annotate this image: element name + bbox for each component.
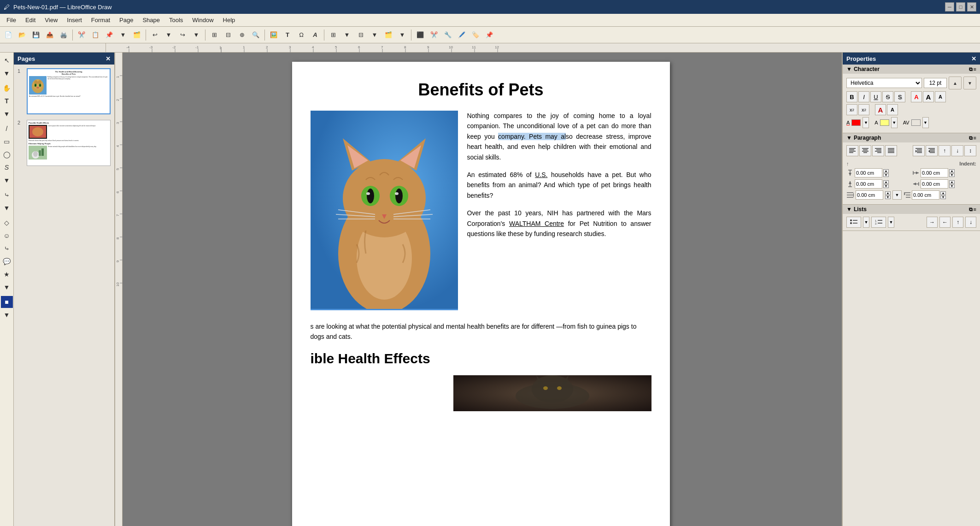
right-indent-input[interactable]: [921, 179, 948, 189]
ordered-list-button[interactable]: 1. 2.: [871, 217, 886, 228]
export-pdf-button[interactable]: 📤: [43, 29, 56, 41]
title-bar-controls[interactable]: ─ □ ✕: [945, 2, 976, 12]
grow-font-2[interactable]: A: [875, 104, 886, 115]
color-fill-subtools[interactable]: ▼: [1, 309, 13, 321]
redo-button[interactable]: ↪: [176, 29, 189, 41]
page-thumbnail-2[interactable]: Possible Health Effects Lorem ipsum: [27, 120, 111, 166]
font-size-down[interactable]: ▼: [963, 77, 976, 89]
bold-button[interactable]: B: [846, 91, 857, 102]
cat-image[interactable]: [311, 111, 458, 310]
list-move-up[interactable]: ↑: [952, 217, 963, 228]
line-spacing-down[interactable]: ▼: [885, 195, 891, 199]
rectangle-tool[interactable]: ▭: [1, 136, 13, 148]
maximize-button[interactable]: □: [956, 2, 965, 12]
align-right-button[interactable]: [872, 145, 884, 156]
italic-button[interactable]: I: [858, 91, 869, 102]
first-line-up[interactable]: ▲: [940, 191, 946, 195]
crop-button[interactable]: ✂️: [428, 29, 440, 41]
font-name-select[interactable]: Helvetica: [846, 78, 922, 88]
menu-insert[interactable]: Insert: [62, 16, 87, 24]
stars-tool[interactable]: ★: [1, 268, 13, 280]
list-move-right[interactable]: →: [927, 217, 938, 228]
shrink-font-2[interactable]: A: [887, 104, 898, 115]
line-spacing-up[interactable]: ▲: [885, 191, 891, 195]
menu-view[interactable]: View: [40, 16, 62, 24]
align-dropdown[interactable]: ▼: [368, 29, 381, 41]
underline-button[interactable]: U: [870, 91, 881, 102]
ellipse-tool[interactable]: ◯: [1, 148, 13, 160]
set-below-button[interactable]: ↓: [951, 145, 963, 156]
strikethrough-button[interactable]: S: [882, 91, 893, 102]
below-spacing-up[interactable]: ▲: [883, 180, 889, 184]
toggle-button[interactable]: 🏷️: [469, 29, 482, 41]
above-spacing-down[interactable]: ▼: [883, 173, 889, 177]
grid-button[interactable]: ⊞: [208, 29, 221, 41]
ordered-list-dropdown[interactable]: ▼: [888, 217, 894, 228]
paste-dropdown[interactable]: ▼: [117, 29, 129, 41]
pages-panel-close[interactable]: ✕: [106, 55, 111, 62]
zoom-button[interactable]: 🔍: [249, 29, 262, 41]
lists-more-icon[interactable]: ≡: [974, 207, 976, 213]
character-section-header[interactable]: ▼ Character ⧉ ≡: [843, 65, 980, 74]
open-button[interactable]: 📂: [16, 29, 29, 41]
align-button[interactable]: ⊟: [354, 29, 367, 41]
copy-button[interactable]: 📋: [89, 29, 102, 41]
font-size-input[interactable]: [924, 78, 947, 88]
set-above-button[interactable]: ↑: [939, 145, 951, 156]
arrange-dropdown[interactable]: ▼: [396, 29, 409, 41]
connectors-tool[interactable]: ⤷: [1, 189, 13, 201]
shadow-text-button[interactable]: S: [894, 91, 905, 102]
undo-dropdown[interactable]: ▼: [162, 29, 175, 41]
cut-button[interactable]: ✂️: [75, 29, 88, 41]
position-dropdown[interactable]: ▼: [340, 29, 353, 41]
close-button[interactable]: ✕: [967, 2, 976, 12]
lists-detach-icon[interactable]: ⧉: [969, 207, 973, 213]
snap-button[interactable]: ⊟: [222, 29, 235, 41]
properties-close[interactable]: ✕: [971, 55, 976, 62]
print-button[interactable]: 🖨️: [57, 29, 70, 41]
canvas-area[interactable]: 1 2 3 4 5 6 7 8 9: [115, 53, 842, 526]
paragraph-2[interactable]: An estimated 68% of U.S. households have…: [467, 170, 651, 201]
menu-edit[interactable]: Edit: [21, 16, 40, 24]
undo-button[interactable]: ↩: [148, 29, 161, 41]
character-detach-icon[interactable]: ⧉: [969, 66, 973, 72]
above-spacing-input[interactable]: [855, 168, 882, 177]
image-button[interactable]: 🖼️: [267, 29, 280, 41]
line-spacing-stepper[interactable]: ▲ ▼: [885, 191, 891, 199]
spacing-dropdown[interactable]: ▼: [922, 117, 929, 128]
menu-shape[interactable]: Shape: [138, 16, 164, 24]
below-spacing-stepper[interactable]: ▲ ▼: [883, 180, 889, 188]
new-button[interactable]: 📄: [2, 29, 15, 41]
page-thumb-2[interactable]: 2 Possible Health Effects: [18, 120, 111, 166]
highlight-swatch[interactable]: [880, 119, 889, 126]
redo-dropdown[interactable]: ▼: [190, 29, 203, 41]
below-spacing-down[interactable]: ▼: [883, 184, 889, 188]
align-left-button[interactable]: [846, 145, 858, 156]
font-size-up[interactable]: ▲: [949, 77, 962, 89]
menu-window[interactable]: Window: [188, 16, 218, 24]
line-tool[interactable]: /: [1, 123, 13, 135]
right-indent-stepper[interactable]: ▲ ▼: [949, 180, 955, 188]
above-spacing-up[interactable]: ▲: [883, 169, 889, 173]
font-color-dropdown[interactable]: ▼: [863, 117, 869, 128]
lists-section-header[interactable]: ▼ Lists ⧉ ≡: [843, 205, 980, 214]
font-color-swatch[interactable]: [851, 119, 861, 126]
paragraph-3[interactable]: Over the past 10 years, NIH has partnere…: [467, 208, 651, 239]
set-line-button[interactable]: ↕: [964, 145, 976, 156]
left-indent-input[interactable]: [921, 168, 948, 177]
left-indent-down[interactable]: ▼: [949, 173, 955, 177]
arrange-button[interactable]: 🗂️: [382, 29, 395, 41]
line-spacing-dropdown[interactable]: ▼: [892, 190, 902, 200]
subscript-button[interactable]: x2: [858, 104, 869, 115]
unordered-list-button[interactable]: [846, 217, 861, 228]
text-tool[interactable]: T: [1, 95, 13, 107]
position-object-button[interactable]: ⊞: [327, 29, 340, 41]
shrink-font[interactable]: A: [935, 91, 946, 102]
document-page[interactable]: Benefits of Pets: [292, 62, 670, 526]
page-thumb-1[interactable]: 1 The Health and Mood-BoostingBenefits o…: [18, 68, 111, 114]
color-fill-tool[interactable]: ■: [1, 296, 13, 308]
line-spacing-input[interactable]: [856, 190, 883, 200]
menu-help[interactable]: Help: [218, 16, 240, 24]
first-line-indent-input[interactable]: [912, 190, 939, 200]
bottom-image[interactable]: [453, 375, 651, 411]
